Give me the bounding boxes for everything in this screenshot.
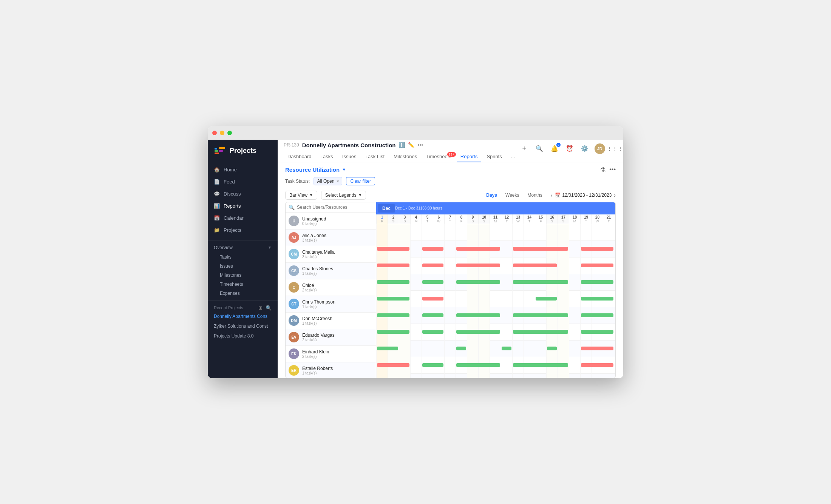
resource-name: Chris Thompson [302,299,373,305]
tab-reports[interactable]: Reports [457,151,482,162]
sub-nav-milestones[interactable]: Milestones [211,271,278,280]
resource-avatar: CM [289,249,299,259]
resource-row: EVEduardo Vargas2 task(s) [286,329,376,346]
gantt-cell [410,357,422,373]
clock-button[interactable]: ⏰ [564,143,575,154]
add-button[interactable]: + [519,143,530,154]
filter-remove-icon[interactable]: × [336,179,339,184]
sub-nav-issues[interactable]: Issues [211,262,278,271]
gantt-cell [524,373,535,378]
sub-nav: Tasks Issues Milestones Timesheets Expen… [208,253,278,298]
tab-milestones[interactable]: Milestones [390,151,421,162]
sidebar-logo: Projects [208,140,278,162]
gantt-search-input[interactable] [297,205,373,210]
gantt-bar [422,297,443,301]
gantt-bar [513,280,568,284]
sidebar-item-discuss[interactable]: 💬 Discuss [208,188,278,200]
resource-name: Estelle Roberts [302,366,373,371]
resource-tasks: 1 task(s) [302,305,373,309]
sub-nav-expenses[interactable]: Expenses [211,289,278,298]
sidebar-item-feed[interactable]: 📄 Feed [208,176,278,188]
gantt-cell [535,340,546,357]
bar-view-select[interactable]: Bar View ▼ [285,191,317,200]
gantt-search-icon: 🔍 [289,205,295,210]
recent-project-donnelly[interactable]: Donnelly Apartments Cons [208,311,278,321]
legends-label: Select Legends [325,193,357,198]
logo-icon [214,145,226,157]
maximize-button[interactable] [227,131,232,135]
home-icon: 🏠 [214,167,220,173]
gantt-cell [478,224,490,240]
gantt-cell [410,307,422,324]
resource-utilization-button[interactable]: Resource Utilization ▼ [285,166,346,173]
day-header-2: 2S [388,214,399,224]
tab-tasks[interactable]: Tasks [317,151,337,162]
days-view-button[interactable]: Days [482,191,501,199]
minimize-button[interactable] [220,131,224,135]
grid-button[interactable]: ⋮⋮⋮ [610,143,620,154]
close-button[interactable] [212,131,217,135]
gantt-cell [501,357,512,373]
more-icon[interactable]: ••• [417,142,423,148]
info-icon[interactable]: ℹ️ [399,142,405,148]
months-view-button[interactable]: Months [524,191,546,199]
resource-avatar: EK [289,348,299,359]
sidebar-item-projects[interactable]: 📁 Projects [208,224,278,236]
search-button[interactable]: 🔍 [534,143,545,154]
recent-project-zylker[interactable]: Zylker Solutions and Const [208,321,278,331]
overview-section[interactable]: Overview ▼ [208,243,278,253]
gantt-bar [422,280,443,284]
sub-nav-tasks[interactable]: Tasks [211,253,278,262]
gantt-cell [388,373,399,378]
gantt-cell [535,373,546,378]
sidebar-item-projects-label: Projects [224,227,241,233]
day-header-1: 1F [376,214,388,224]
timesheets-badge: 99+ [447,152,456,157]
tab-more[interactable]: ... [507,151,519,162]
gantt-cell [478,290,490,307]
filter-reports-icon[interactable]: ⚗ [600,166,605,173]
recent-project-update8[interactable]: Projects Update 8.0 [208,331,278,341]
sidebar-item-home[interactable]: 🏠 Home [208,164,278,176]
gantt-cell [501,240,512,257]
more-reports-icon[interactable]: ••• [609,166,616,173]
gantt-cell [467,340,478,357]
legends-select[interactable]: Select Legends ▼ [321,191,366,200]
next-date-button[interactable]: › [614,192,616,198]
clear-filter-button[interactable]: Clear filter [346,177,375,185]
prev-date-button[interactable]: ‹ [551,192,553,198]
gantt-cell [512,340,524,357]
reports-content: Resource Utilization ▼ ⚗ ••• Task Status… [278,162,623,378]
sidebar-item-reports[interactable]: 📊 Reports [208,200,278,212]
day-header-8: 8F [456,214,467,224]
day-header-20: 20W [592,214,603,224]
gantt-cell [569,240,580,257]
gantt-bar [513,330,568,334]
tab-sprints[interactable]: Sprints [483,151,505,162]
notification-badge: 9 [556,143,560,147]
resource-row: UUnassigned0 task(s) [286,213,376,230]
gantt-bar [377,247,409,251]
resource-row: EKEinhard Klein2 task(s) [286,346,376,362]
tab-tasklist[interactable]: Task List [361,151,388,162]
gantt-cell [558,257,569,274]
sidebar-divider2 [208,300,278,301]
sidebar-item-calendar-label: Calendar [224,215,244,221]
edit-icon[interactable]: ✏️ [408,142,414,148]
weeks-view-button[interactable]: Weeks [502,191,523,199]
gantt-cell [501,373,512,378]
tab-issues[interactable]: Issues [338,151,360,162]
gantt-bar [547,347,557,350]
tab-dashboard[interactable]: Dashboard [284,151,315,162]
sidebar-item-calendar[interactable]: 📅 Calendar [208,212,278,224]
notification-button[interactable]: 🔔9 [549,143,560,154]
user-avatar[interactable]: JD [595,143,605,154]
resource-name: Chloé [302,283,373,288]
filter-icon[interactable]: ⊞ [258,305,263,311]
search-recent-icon[interactable]: 🔍 [266,305,272,311]
gantt-bar [581,247,613,251]
resource-tasks: 3 task(s) [302,255,373,259]
tab-timesheets[interactable]: Timesheets99+ [422,151,455,162]
settings-button[interactable]: ⚙️ [579,143,590,154]
sub-nav-timesheets[interactable]: Timesheets [211,280,278,289]
